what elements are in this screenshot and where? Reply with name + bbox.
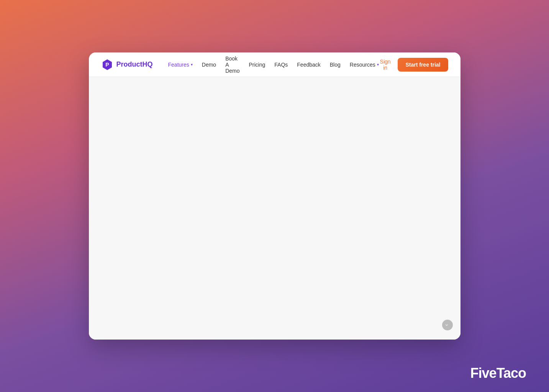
nav-feedback[interactable]: Feedback xyxy=(297,62,320,68)
svg-text:P: P xyxy=(105,62,109,68)
nav-demo[interactable]: Demo xyxy=(202,62,216,68)
main-card: P ProductHQ Features ▾ Demo Book A Demo … xyxy=(89,52,461,340)
page-content xyxy=(89,77,461,340)
scroll-indicator[interactable] xyxy=(442,320,453,330)
navbar: P ProductHQ Features ▾ Demo Book A Demo … xyxy=(89,52,461,77)
start-trial-button[interactable]: Start free trial xyxy=(398,58,448,72)
nav-book-demo[interactable]: Book A Demo xyxy=(225,56,239,74)
nav-pricing[interactable]: Pricing xyxy=(249,62,265,68)
brand-footer: FiveTaco xyxy=(470,365,526,381)
nav-features[interactable]: Features ▾ xyxy=(168,62,193,68)
chevron-down-icon: ▾ xyxy=(191,62,193,67)
logo-text: ProductHQ xyxy=(116,60,153,69)
brand-name: FiveTaco xyxy=(470,365,526,381)
nav-faqs[interactable]: FAQs xyxy=(274,62,288,68)
nav-links: Features ▾ Demo Book A Demo Pricing FAQs… xyxy=(168,56,379,74)
logo-area[interactable]: P ProductHQ xyxy=(101,59,153,71)
nav-actions: Sign in Start free trial xyxy=(379,58,448,72)
logo-icon: P xyxy=(101,59,113,71)
nav-resources[interactable]: Resources ▾ xyxy=(350,62,379,68)
sign-in-button[interactable]: Sign in xyxy=(379,59,392,71)
nav-blog[interactable]: Blog xyxy=(330,62,341,68)
